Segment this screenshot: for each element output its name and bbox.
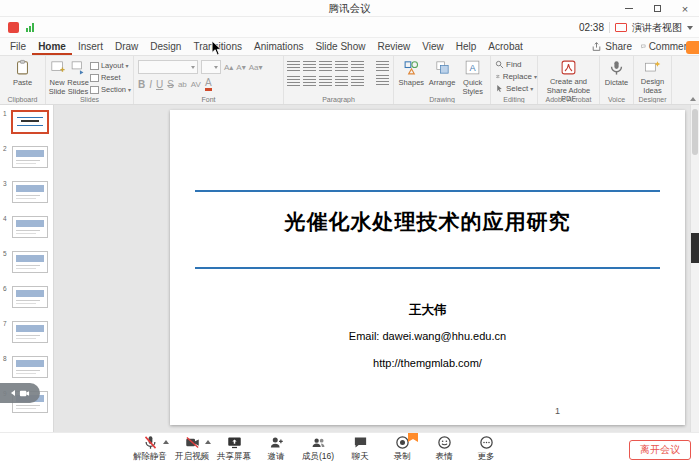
new-slide-button[interactable]: New Slide — [48, 56, 66, 96]
maximize-button[interactable] — [643, 0, 671, 17]
collapse-ribbon-icon[interactable] — [690, 97, 696, 101]
tab-insert[interactable]: Insert — [72, 38, 109, 55]
line-spacing-icon[interactable] — [351, 61, 364, 71]
indent-increase-icon[interactable] — [335, 61, 348, 71]
tab-animations[interactable]: Animations — [248, 38, 309, 55]
start-video-button[interactable]: 开启视频 — [172, 435, 212, 463]
section-button[interactable]: Section▾ — [90, 85, 131, 94]
numbering-icon[interactable] — [303, 61, 316, 71]
vertical-scrollbar[interactable] — [690, 105, 699, 432]
design-ideas-button[interactable]: Design Ideas — [636, 56, 670, 95]
paragraph-extra-buttons — [376, 61, 389, 85]
change-case-button[interactable]: Aa▾ — [249, 63, 263, 72]
tab-view[interactable]: View — [416, 38, 450, 55]
close-button[interactable]: × — [671, 0, 699, 17]
replace-button[interactable]: Replace ▾ — [495, 72, 537, 81]
slide-author[interactable]: 王大伟 — [170, 302, 685, 319]
current-slide[interactable]: 光催化水处理技术的应用研究 王大伟 Email: dawei.wang@hhu.… — [170, 110, 685, 425]
ribbon-group-drawing: Shapes Arrange A Quick Styles Drawing — [394, 56, 491, 104]
tab-acrobat[interactable]: Acrobat — [482, 38, 528, 55]
paste-button[interactable]: Paste — [13, 56, 32, 87]
divider — [609, 22, 610, 33]
font-size-select[interactable] — [201, 60, 221, 74]
sharing-indicator-badge[interactable] — [686, 41, 699, 54]
tab-review[interactable]: Review — [371, 38, 416, 55]
share-button[interactable]: Share — [591, 41, 632, 52]
increase-font-size-button[interactable]: A▴ — [224, 63, 233, 72]
underline-button[interactable]: U — [156, 79, 163, 90]
indent-decrease-icon[interactable] — [319, 61, 332, 71]
text-shadow-button[interactable]: ab — [178, 80, 187, 89]
align-right-icon[interactable] — [319, 76, 332, 86]
slide-thumbnail-1[interactable]: 1 — [0, 109, 53, 144]
scrollbar-thumb[interactable] — [692, 109, 698, 155]
font-group-label: Font — [134, 96, 283, 103]
paragraph-group-label: Paragraph — [284, 96, 393, 103]
reactions-button[interactable]: 表情 — [424, 435, 464, 463]
font-color-button[interactable]: A — [205, 78, 212, 91]
slide-thumbnail-3[interactable]: 3 — [0, 179, 53, 214]
tab-draw[interactable]: Draw — [109, 38, 144, 55]
view-selector[interactable]: 演讲者视图 — [632, 21, 682, 35]
leave-meeting-button[interactable]: 离开会议 — [629, 440, 691, 460]
chevron-up-icon[interactable] — [205, 440, 211, 444]
new-slide-icon — [49, 59, 66, 76]
character-spacing-button[interactable]: AV — [191, 80, 201, 89]
invite-button[interactable]: 邀请 — [256, 435, 296, 463]
chat-icon — [353, 435, 368, 450]
justify-icon[interactable] — [335, 76, 348, 86]
designer-group-label: Designer — [634, 96, 671, 103]
thumbnail-preview — [12, 146, 48, 168]
side-panel-handle[interactable] — [691, 233, 699, 263]
strikethrough-button[interactable]: S — [167, 79, 174, 90]
reset-button[interactable]: Reset — [90, 73, 131, 82]
align-left-icon[interactable] — [287, 76, 300, 86]
chevron-up-icon[interactable] — [163, 440, 169, 444]
tab-help[interactable]: Help — [450, 38, 483, 55]
bullets-icon[interactable] — [287, 61, 300, 71]
slide-title[interactable]: 光催化水处理技术的应用研究 — [170, 208, 685, 236]
font-name-select[interactable] — [138, 60, 198, 74]
unmute-button[interactable]: 解除静音 — [130, 435, 170, 463]
tab-slide-show[interactable]: Slide Show — [309, 38, 371, 55]
record-button[interactable]: 录制 — [382, 435, 422, 463]
italic-button[interactable]: I — [149, 79, 152, 90]
find-button[interactable]: Find — [495, 60, 537, 69]
drawing-group-label: Drawing — [394, 96, 490, 103]
meeting-app-icon — [8, 22, 19, 33]
slide-email[interactable]: Email: dawei.wang@hhu.edu.cn — [170, 330, 685, 342]
select-button[interactable]: Select ▾ — [495, 84, 537, 93]
shapes-icon — [403, 59, 420, 76]
minimize-button[interactable] — [615, 0, 643, 17]
chevron-down-icon[interactable] — [687, 26, 693, 30]
more-button[interactable]: 更多 — [466, 435, 506, 463]
share-screen-button[interactable]: 共享屏幕 — [214, 435, 254, 463]
tab-home[interactable]: Home — [32, 38, 72, 55]
slide-divider-line-top — [195, 190, 660, 192]
chevron-down-icon: ▾ — [534, 73, 537, 80]
floating-video-dock[interactable] — [0, 383, 40, 403]
slide-url[interactable]: http://themgmlab.com/ — [170, 357, 685, 369]
decrease-font-size-button[interactable]: A▾ — [236, 63, 245, 72]
dictate-button[interactable]: Dictate — [605, 56, 628, 87]
ribbon-tab-bar: File Home Insert Draw Design Transitions… — [0, 38, 699, 56]
columns-icon[interactable] — [351, 76, 364, 86]
chat-button[interactable]: 聊天 — [340, 435, 380, 463]
mic-muted-icon — [143, 435, 158, 450]
layout-button[interactable]: Layout▾ — [90, 61, 131, 70]
slide-thumbnail-5[interactable]: 5 — [0, 249, 53, 284]
slide-thumbnail-4[interactable]: 4 — [0, 214, 53, 249]
members-button[interactable]: 成员(16) — [298, 435, 338, 463]
convert-to-smartart-icon[interactable] — [376, 75, 389, 85]
align-center-icon[interactable] — [303, 76, 316, 86]
slide-thumbnail-6[interactable]: 6 — [0, 284, 53, 319]
reuse-slides-button[interactable]: Reuse Slides — [66, 56, 90, 96]
reuse-slides-icon — [70, 59, 87, 76]
slide-thumbnail-2[interactable]: 2 — [0, 144, 53, 179]
tab-design[interactable]: Design — [144, 38, 187, 55]
bold-button[interactable]: B — [138, 79, 145, 90]
text-direction-icon[interactable] — [376, 61, 389, 71]
meeting-toolbar-items: 解除静音 开启视频 共享屏幕 邀请 成员(16) 聊天 — [130, 435, 506, 463]
slide-thumbnail-7[interactable]: 7 — [0, 319, 53, 354]
tab-file[interactable]: File — [4, 38, 32, 55]
